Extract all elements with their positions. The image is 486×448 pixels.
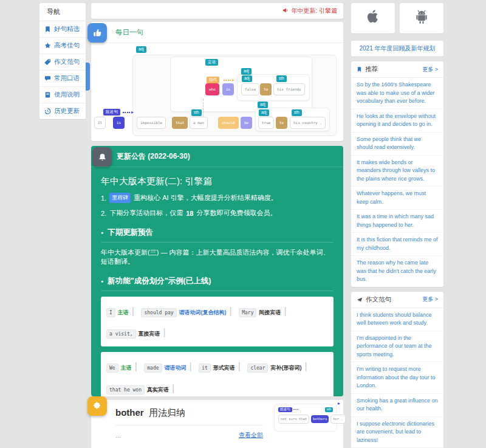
list-item[interactable]: I suppose electronic dictionaries are co… bbox=[351, 417, 443, 448]
diagram-word[interactable]: false bbox=[241, 83, 259, 95]
android-app-card[interactable] bbox=[400, 3, 443, 33]
diagram-word[interactable]: is bbox=[113, 117, 125, 129]
diagram-word[interactable]: to bbox=[260, 83, 272, 95]
diagram-word[interactable]: should bbox=[218, 117, 239, 129]
sentence-diagram: adj 定语 指代 adj adj sth 陈述句 sth adj adj st… bbox=[91, 43, 343, 141]
sidebar-item-spoken[interactable]: 常用口语 bbox=[39, 71, 86, 87]
recommend-more-link[interactable]: 更多 > bbox=[422, 66, 438, 74]
diagram-word[interactable]: true bbox=[258, 117, 274, 129]
paper-plane-icon bbox=[357, 297, 363, 303]
sth-tag: sth bbox=[292, 109, 302, 116]
part-word: Mary bbox=[239, 308, 256, 317]
attributive-tag: 定语 bbox=[205, 59, 218, 66]
diagram-word[interactable]: his friends bbox=[273, 83, 305, 95]
chat-icon bbox=[44, 75, 51, 82]
sth-tag: sth bbox=[191, 109, 202, 116]
list-item[interactable]: It was a time in which many sad things h… bbox=[351, 210, 443, 233]
list-item[interactable]: Some people think that we should read ex… bbox=[351, 133, 443, 156]
diagram-word[interactable]: that bbox=[172, 117, 188, 129]
announcement-item-2: 2. 下期分享活动目标，仅需 18 分享数即可免费领取会员。 bbox=[101, 208, 334, 218]
list-item[interactable]: It is this fiction that reminds me of my… bbox=[351, 233, 443, 256]
divider bbox=[115, 425, 263, 426]
list-item[interactable]: Whatever happens, we must keep calm. bbox=[351, 187, 443, 210]
sentence-part: should pay谓语动词(复合结构) bbox=[141, 300, 236, 322]
statement-tag: 陈述句 bbox=[278, 407, 292, 412]
diagram-word[interactable]: is bbox=[222, 83, 234, 95]
sidebar-item-label: 常用口语 bbox=[54, 74, 80, 83]
statement-arrow-icon bbox=[123, 112, 130, 113]
sentence-part: I主语 bbox=[106, 300, 139, 322]
right-sidebar: 2021 年年度回顾及新年规划 推荐 更多 > So by the 1600's… bbox=[351, 3, 443, 448]
essay-section: 作文范句 更多 > I think students should balanc… bbox=[351, 292, 443, 448]
diagram-word[interactable]: his country . bbox=[290, 117, 326, 129]
diagram-word: her . bbox=[330, 415, 346, 424]
recommend-header: 推荐 更多 > bbox=[351, 61, 443, 78]
sidebar-title: 导航 bbox=[39, 3, 86, 21]
list-item[interactable]: The reason why he came late was that he … bbox=[351, 256, 443, 287]
diagram-word[interactable]: be bbox=[241, 117, 252, 129]
list-item[interactable]: I think students should balance well bet… bbox=[351, 308, 443, 331]
recommend-title: 推荐 bbox=[365, 65, 378, 74]
item-text: 重构核心 AI 引擎，大幅度提升分析结果精确度。 bbox=[134, 193, 278, 202]
part-word: We bbox=[106, 364, 118, 373]
ios-app-card[interactable] bbox=[351, 3, 395, 33]
example-card-2: We主语 made谓语动词 it形式宾语 clear宾补(形容词) that h… bbox=[101, 352, 334, 396]
sentence-part: We主语 bbox=[106, 356, 142, 377]
sidebar-item-gaokao[interactable]: 高考佳句 bbox=[39, 38, 86, 54]
sth-tag: sth bbox=[276, 75, 287, 82]
statement-arrow-icon bbox=[293, 409, 298, 410]
bother-word: bother bbox=[115, 407, 144, 418]
part-label: 真实宾语 bbox=[147, 387, 169, 393]
book-icon bbox=[44, 91, 51, 98]
list-item[interactable]: He looks at the envelope without opening… bbox=[351, 109, 443, 133]
adj-tag: adj bbox=[242, 75, 252, 82]
sidebar-item-good-sentences[interactable]: 好句精选 bbox=[39, 21, 86, 38]
sidebar-item-label: 使用说明 bbox=[54, 91, 80, 99]
bother-title-zh: 用法归纳 bbox=[149, 407, 185, 418]
part-word: made bbox=[144, 364, 162, 373]
part-word: clear bbox=[247, 364, 268, 373]
annual-review-banner[interactable]: 2021 年年度回顾及新年规划 bbox=[351, 41, 443, 57]
diagram-word[interactable]: who bbox=[205, 83, 219, 95]
announcement-panel: 更新公告 (2022-06-30) 年中大版本更新(二): 引擎篇 1. 里程碑… bbox=[91, 146, 343, 396]
midyear-update-link[interactable]: 年中更新: 引擎篇 bbox=[282, 7, 337, 15]
essay-title: 作文范句 bbox=[366, 295, 391, 304]
list-item[interactable]: So by the 1600's Shakespeare was able to… bbox=[351, 78, 443, 109]
example-card-1: I主语 should pay谓语动词(复合结构) Mary间接宾语 a visi… bbox=[101, 297, 334, 346]
diagram-word[interactable]: impossible bbox=[137, 117, 166, 129]
sidebar-item-label: 高考佳句 bbox=[54, 41, 80, 50]
part-word: it bbox=[199, 364, 211, 373]
apple-icon bbox=[365, 8, 381, 29]
list-item[interactable]: Smoking has a great influence on our hea… bbox=[351, 394, 443, 417]
list-item[interactable]: I'm writing to request more information … bbox=[351, 362, 443, 394]
bother-view-all-link[interactable]: 查看全部 bbox=[239, 431, 263, 439]
diagram-word[interactable]: It bbox=[94, 117, 106, 129]
bookmark-icon bbox=[357, 66, 362, 72]
part-label: 直接宾语 bbox=[139, 331, 160, 337]
sentence-part: it形式宾语 bbox=[199, 356, 245, 377]
sidebar-item-manual[interactable]: 使用说明 bbox=[39, 87, 86, 103]
list-item[interactable]: It makes wide bends or meanders through … bbox=[351, 156, 443, 187]
essay-header: 作文范句 更多 > bbox=[351, 292, 443, 308]
adj-tag: adj bbox=[259, 109, 269, 116]
thumbs-up-icon[interactable] bbox=[87, 23, 107, 43]
milestone-badge: 里程碑 bbox=[109, 193, 131, 203]
reference-tag: 指代 bbox=[207, 77, 219, 83]
midyear-update-label: 年中更新: 引擎篇 bbox=[291, 7, 337, 15]
diagram-word[interactable]: to bbox=[276, 117, 287, 129]
share-count: 18 bbox=[186, 210, 193, 217]
tag-icon bbox=[44, 58, 51, 66]
sidebar-item-essay[interactable]: 作文范句 bbox=[39, 54, 86, 71]
diagram-word[interactable]: a man bbox=[190, 117, 208, 129]
part-label: 谓语动词 bbox=[165, 365, 187, 371]
sidebar-item-history[interactable]: 历史更新 bbox=[39, 103, 86, 119]
part-word: I bbox=[106, 308, 115, 317]
sentence-part: a visit,直接宾语 bbox=[106, 322, 170, 343]
essay-more-link[interactable]: 更多 > bbox=[422, 295, 438, 303]
recommend-section: 推荐 更多 > So by the 1600's Shakespeare was… bbox=[351, 61, 443, 287]
mini-diagram-preview[interactable]: 陈述句 sth not sure that bothers her . bbox=[274, 404, 337, 432]
top-bar: 年中更新: 引擎篇 bbox=[91, 3, 343, 19]
part-word: should pay bbox=[141, 308, 176, 317]
list-item[interactable]: I'm disappointed in the performance of o… bbox=[351, 331, 443, 363]
sidebar-collapse-handle[interactable] bbox=[86, 63, 90, 91]
